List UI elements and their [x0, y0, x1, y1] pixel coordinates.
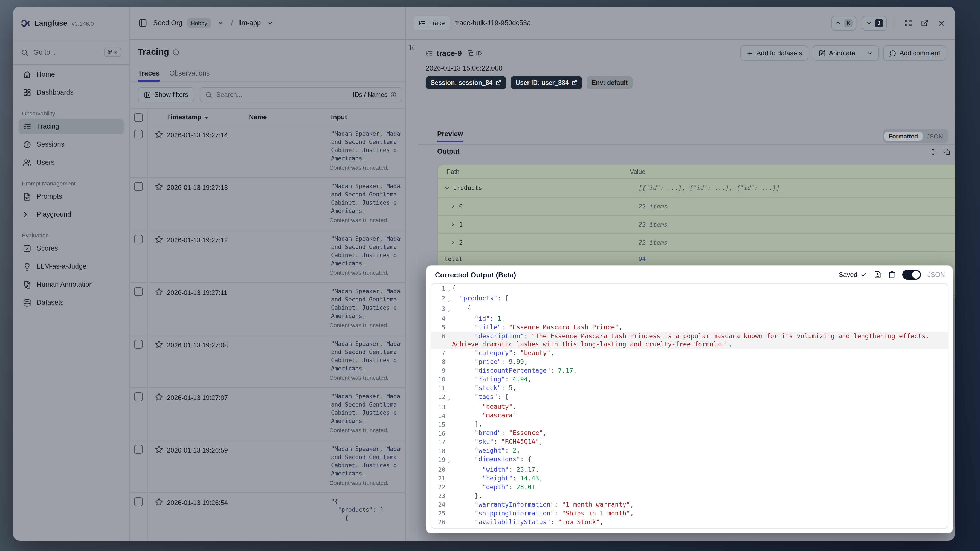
code-line-18[interactable]: 18 "weight": 2, [431, 446, 948, 455]
code-line-2[interactable]: 2⌄ "products": [ [431, 294, 948, 304]
search-input[interactable]: Search... IDs / Names [200, 87, 402, 102]
trace-badge-session[interactable]: Session: session_84 [426, 76, 506, 89]
sidebar-item-playground[interactable]: Playground [19, 207, 124, 222]
output-row-0[interactable]: 022 items [438, 197, 955, 216]
row-checkbox[interactable] [134, 235, 143, 244]
trace-table-row[interactable]: 2026-01-13 19:27:07"Madam Speaker, Mada … [129, 388, 406, 441]
sidebar-item-tracing[interactable]: Tracing [19, 119, 124, 134]
code-line-16[interactable]: 16 "brand": "Essence", [431, 429, 948, 438]
prev-trace-button[interactable]: K [831, 16, 856, 30]
code-line-14[interactable]: 14 "mascara" [431, 411, 948, 420]
output-row-total[interactable]: total94 [438, 252, 955, 266]
fold-chevron-icon[interactable]: ⌄ [445, 393, 452, 403]
action-add-comment-button[interactable]: Add comment [883, 45, 946, 61]
plan-badge[interactable]: Hobby [187, 18, 211, 28]
tab-observations[interactable]: Observations [169, 66, 210, 81]
row-checkbox[interactable] [134, 287, 143, 296]
code-line-6[interactable]: 6 "description": "The Essence Mascara La… [431, 332, 948, 349]
bookmark-star-icon[interactable] [155, 288, 163, 296]
bookmark-star-icon[interactable] [155, 130, 163, 139]
trace-table-row[interactable]: 2026-01-13 19:27:08"Madam Speaker, Mada … [129, 335, 406, 388]
code-line-20[interactable]: 20 "width": 23.17, [431, 465, 948, 474]
code-line-4[interactable]: 4 "id": 1, [431, 314, 948, 323]
action-add-to-datasets-button[interactable]: Add to datasets [740, 45, 808, 61]
breadcrumb-project[interactable]: llm-app [239, 19, 261, 27]
open-external-icon[interactable] [919, 18, 930, 29]
output-row-2[interactable]: 222 items [438, 234, 955, 252]
bookmark-star-icon[interactable] [155, 183, 163, 191]
sidebar-item-sessions[interactable]: Sessions [19, 137, 124, 152]
bookmark-star-icon[interactable] [155, 340, 163, 349]
sidebar-item-human-annotation[interactable]: Human Annotation [19, 277, 124, 292]
code-line-9[interactable]: 9 "discountPercentage": 7.17, [431, 366, 948, 375]
format-option-json[interactable]: JSON [922, 132, 947, 140]
trace-table-row[interactable]: 2026-01-13 19:26:54"{ "products": [ { [129, 493, 406, 541]
trace-table-row[interactable]: 2026-01-13 19:27:12"Madam Speaker, Mada … [129, 230, 406, 283]
action-main-segment[interactable]: Add to datasets [741, 46, 808, 60]
code-line-15[interactable]: 15 ], [431, 420, 948, 429]
go-to-search[interactable]: Go to... ⌘ K [13, 40, 129, 65]
bookmark-star-icon[interactable] [155, 393, 163, 401]
trace-badge-user-id[interactable]: User ID: user_384 [511, 76, 582, 89]
code-line-24[interactable]: 24 "warrantyInformation": "1 month warra… [431, 500, 948, 509]
code-line-17[interactable]: 17 "sku": "RCH45Q1A", [431, 438, 948, 446]
unfold-vertical-icon[interactable] [930, 148, 937, 155]
row-checkbox[interactable] [134, 392, 143, 401]
sidebar-item-home[interactable]: Home [19, 67, 124, 82]
row-checkbox[interactable] [134, 340, 143, 349]
code-line-3[interactable]: 3⌄ { [431, 304, 948, 314]
bookmark-star-icon[interactable] [155, 235, 163, 244]
code-line-19[interactable]: 19⌄ "dimensions": { [431, 455, 948, 465]
next-trace-button[interactable]: J [862, 16, 887, 30]
fold-chevron-icon[interactable]: ⌄ [445, 284, 452, 294]
tab-preview[interactable]: Preview [437, 130, 463, 138]
trace-table-row[interactable]: 2026-01-13 19:26:59"Madam Speaker, Mada … [129, 441, 406, 493]
fold-chevron-icon[interactable]: ⌄ [445, 527, 452, 529]
code-line-25[interactable]: 25 "shippingInformation": "Ships in 1 mo… [431, 509, 948, 518]
org-chevron-down-icon[interactable] [216, 18, 226, 28]
row-checkbox[interactable] [134, 445, 143, 454]
chevron-right-icon[interactable] [450, 204, 456, 209]
tab-traces[interactable]: Traces [138, 66, 159, 81]
trace-table-row[interactable]: 2026-01-13 19:27:11"Madam Speaker, Mada … [129, 283, 406, 335]
code-line-10[interactable]: 10 "rating": 4.94, [431, 375, 948, 384]
chevron-right-icon[interactable] [450, 221, 456, 227]
code-line-7[interactable]: 7 "category": "beauty", [431, 349, 948, 358]
copy-output-icon[interactable] [943, 148, 950, 155]
code-line-8[interactable]: 8 "price": 9.99, [431, 358, 948, 366]
bookmark-star-icon[interactable] [155, 498, 163, 506]
show-filters-button[interactable]: Show filters [138, 87, 194, 102]
trace-table-row[interactable]: 2026-01-13 19:27:13"Madam Speaker, Mada … [129, 178, 406, 230]
project-chevron-down-icon[interactable] [266, 18, 275, 28]
code-line-22[interactable]: 22 "depth": 28.01 [431, 483, 948, 492]
code-line-1[interactable]: 1⌄{ [431, 284, 948, 294]
action-main-segment[interactable]: Annotate [813, 46, 861, 60]
sidebar-item-scores[interactable]: Scores [19, 241, 124, 256]
select-all-checkbox[interactable] [134, 113, 143, 122]
panel-expand-icon[interactable] [406, 44, 417, 51]
chevron-down-icon[interactable] [444, 185, 450, 191]
file-diff-icon[interactable] [874, 271, 881, 279]
bookmark-star-icon[interactable] [155, 445, 163, 454]
output-row-1[interactable]: 122 items [438, 216, 955, 234]
code-line-27[interactable]: 27⌄ "reviews": [ [431, 527, 948, 529]
close-icon[interactable] [935, 17, 947, 29]
row-checkbox[interactable] [134, 497, 143, 506]
code-line-12[interactable]: 12⌄ "tags": [ [431, 393, 948, 403]
json-code-editor[interactable]: 1⌄{2⌄ "products": [3⌄ {4 "id": 1,5 "titl… [431, 283, 948, 529]
trash-icon[interactable] [888, 271, 896, 279]
info-icon[interactable] [172, 48, 180, 56]
format-option-formatted[interactable]: Formatted [884, 132, 923, 140]
breadcrumb-org[interactable]: Seed Org [153, 19, 183, 27]
expand-icon[interactable] [903, 18, 914, 29]
fold-chevron-icon[interactable]: ⌄ [445, 304, 452, 314]
column-timestamp[interactable]: Timestamp [167, 113, 201, 121]
sidebar-item-llm-as-a-judge[interactable]: LLM-as-a-Judge [19, 259, 124, 274]
row-checkbox[interactable] [134, 130, 143, 139]
row-checkbox[interactable] [134, 182, 143, 191]
search-mode-label[interactable]: IDs / Names [353, 91, 388, 98]
column-name[interactable]: Name [249, 113, 267, 121]
sidebar-item-datasets[interactable]: Datasets [19, 295, 124, 310]
code-line-21[interactable]: 21 "height": 14.43, [431, 474, 948, 483]
code-line-5[interactable]: 5 "title": "Essence Mascara Lash Prince"… [431, 323, 948, 332]
